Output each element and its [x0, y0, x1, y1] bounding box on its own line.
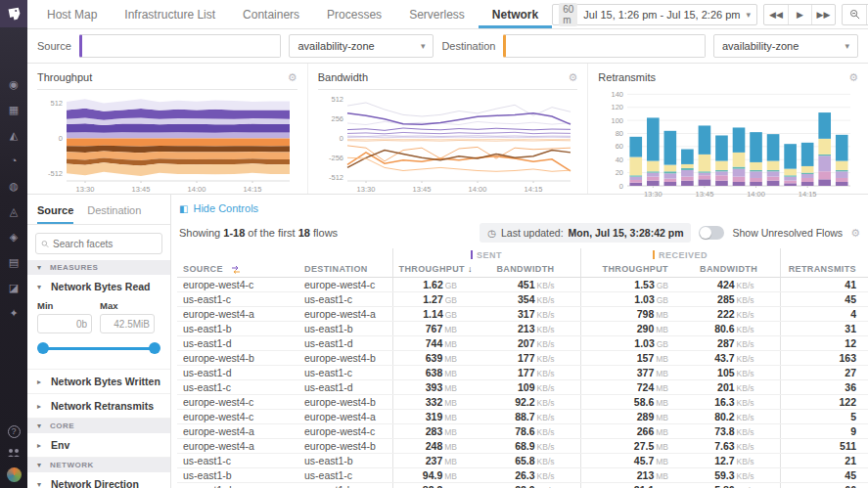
table-row[interactable]: us-east1-dus-east1-d744MB207KB/s1.03GB28…	[177, 335, 868, 350]
gear-icon[interactable]: ⚙	[850, 227, 860, 240]
cell-value: 5	[780, 409, 868, 423]
table-row[interactable]: europe-west4-aeurope-west4-c283MB78.6KB/…	[177, 423, 868, 438]
swap-direction-icon[interactable]	[231, 266, 241, 274]
time-play-button[interactable]: ▶	[788, 5, 811, 24]
cell-value: 41	[780, 277, 868, 291]
svg-text:512: 512	[50, 99, 63, 108]
table-row[interactable]: europe-west4-ceurope-west4-a319MB88.7KB/…	[177, 409, 868, 423]
facet-network-bytes-read[interactable]: ▾ Network Bytes Read	[27, 275, 170, 298]
throughput-chart-plot[interactable]: 5120-51213:3013:4514:0014:15	[37, 90, 297, 194]
table-row[interactable]: europe-west4-aeurope-west4-a1.14GB317KB/…	[177, 306, 868, 321]
monitors-icon[interactable]: ◔	[11, 155, 18, 167]
datadog-logo[interactable]	[0, 0, 27, 27]
time-forward-button[interactable]: ▶▶	[811, 5, 835, 24]
zoom-refresh-buttons: ↻	[842, 4, 868, 25]
chevron-down-icon: ▾	[845, 41, 849, 51]
col-sent-throughput[interactable]: THROUGHPUT ↓	[392, 262, 482, 277]
cell-source: us-east1-d	[177, 335, 298, 350]
bytes-read-range-slider[interactable]	[39, 339, 159, 357]
apm-icon[interactable]: ◬	[10, 205, 18, 218]
chevron-down-icon: ▾	[421, 41, 426, 51]
user-avatar[interactable]	[7, 467, 22, 482]
facet-network-retransmits[interactable]: ▸ Network Retransmits	[27, 394, 170, 419]
col-received-bandwidth[interactable]: BANDWIDTH	[694, 262, 780, 277]
help-icon[interactable]: ?	[8, 425, 21, 438]
cell-value: 88.7KB/s	[482, 409, 580, 423]
core-section-header[interactable]: ▾ CORE	[27, 419, 170, 433]
dashboards-icon[interactable]: ▦	[9, 104, 19, 116]
bytes-read-min-input[interactable]	[37, 314, 92, 333]
cell-value: 73.8KB/s	[694, 423, 780, 438]
table-row[interactable]: us-east1-cus-east1-c1.27GB354KB/s1.03GB2…	[177, 291, 868, 306]
col-destination[interactable]: DESTINATION	[298, 262, 392, 277]
facet-env[interactable]: ▸ Env	[27, 433, 170, 458]
facet-search-input[interactable]	[53, 239, 157, 249]
hide-controls-link[interactable]: ◧ Hide Controls	[177, 202, 864, 214]
bytes-read-max-input[interactable]	[100, 314, 155, 333]
table-row[interactable]: europe-west4-ceurope-west4-b332MB92.2KB/…	[177, 394, 868, 409]
tab-processes[interactable]: Processes	[313, 0, 395, 28]
svg-text:0: 0	[619, 182, 623, 191]
tab-host-map[interactable]: Host Map	[33, 0, 111, 28]
table-row[interactable]: us-east1-dus-east1-c638MB177KB/s377MB105…	[177, 365, 868, 379]
destination-scope-select[interactable]: availability-zone ▾	[713, 34, 858, 58]
table-row[interactable]: us-east1-bus-east1-b767MB213KB/s290MB80.…	[177, 321, 868, 335]
infrastructure-icon[interactable]: ◭	[10, 129, 18, 142]
gear-icon[interactable]: ⚙	[848, 71, 858, 84]
facet-tab-source[interactable]: Source	[37, 200, 73, 224]
cell-value: 80.6KB/s	[694, 321, 780, 335]
time-range-picker[interactable]: 60 m Jul 15, 1:26 pm - Jul 15, 2:26 pm ▾	[552, 4, 757, 25]
source-filter-input[interactable]	[79, 34, 282, 58]
table-row[interactable]: us-east1-cus-east1-b237MB65.8KB/s45.7MB1…	[177, 453, 868, 467]
network-section-header[interactable]: ▾ NETWORK	[27, 458, 170, 472]
watchdog-icon[interactable]: ◉	[9, 78, 19, 91]
integrations-icon[interactable]: ◍	[9, 180, 19, 193]
destination-filter-input[interactable]	[503, 34, 706, 58]
synthetics-icon[interactable]: ✦	[9, 307, 18, 320]
table-row[interactable]: us-east1-cus-east1-d393MB109KB/s724MB201…	[177, 379, 868, 394]
network-icon[interactable]: ◈	[10, 231, 18, 244]
facet-network-bytes-written[interactable]: ▸ Network Bytes Written	[27, 370, 170, 394]
col-sent-bandwidth[interactable]: BANDWIDTH	[482, 262, 580, 277]
cell-destination: us-east1-c	[298, 467, 392, 482]
left-nav-rail: ◉ ▦ ◭ ◔ ◍ ◬ ◈ ▤ ◪ ✦ ?	[0, 0, 27, 488]
tab-serverless[interactable]: Serverless	[395, 0, 479, 28]
logs-icon[interactable]: ▤	[9, 256, 19, 269]
col-retransmits[interactable]: RETRANSMITS	[780, 262, 868, 277]
team-icon[interactable]	[7, 448, 21, 458]
slider-min-handle[interactable]	[37, 342, 49, 354]
svg-text:256: 256	[331, 114, 343, 123]
facet-tab-destination[interactable]: Destination	[87, 200, 141, 224]
chevron-right-icon: ▸	[37, 441, 45, 450]
col-source[interactable]: SOURCE	[177, 262, 298, 277]
retransmits-chart-plot[interactable]: 02040608010012014013:3013:4514:0014:15	[598, 85, 858, 199]
cell-destination: europe-west4-b	[298, 350, 392, 365]
table-row[interactable]: europe-west4-aeurope-west4-b248MB68.9KB/…	[177, 438, 868, 453]
cell-value: 5.86KB/s	[694, 482, 780, 488]
security-icon[interactable]: ◪	[9, 282, 19, 294]
slider-max-handle[interactable]	[149, 342, 160, 354]
tab-containers[interactable]: Containers	[229, 0, 313, 28]
measures-section-header[interactable]: ▾ MEASURES	[27, 260, 170, 275]
time-back-button[interactable]: ◀◀	[764, 5, 788, 24]
cell-source: europe-west4-a	[177, 306, 298, 321]
col-received-throughput[interactable]: THROUGHPUT	[580, 262, 694, 277]
source-scope-select[interactable]: availability-zone ▾	[289, 34, 434, 58]
table-row[interactable]: us-east1-dus-east1-b82.3MB22.9KB/s21.1MB…	[177, 482, 868, 488]
zoom-out-icon[interactable]	[843, 5, 866, 24]
dog-icon	[6, 6, 23, 22]
facet-search-box[interactable]	[35, 233, 162, 254]
table-row[interactable]: us-east1-bus-east1-c94.9MB26.3KB/s213MB5…	[177, 467, 868, 482]
cell-destination: europe-west4-a	[298, 409, 392, 423]
chevron-down-icon: ▾	[37, 480, 45, 488]
tab-network[interactable]: Network	[479, 0, 552, 28]
facet-network-direction[interactable]: ▾ Network Direction	[27, 472, 170, 488]
table-row[interactable]: europe-west4-beurope-west4-b639MB177KB/s…	[177, 350, 868, 365]
table-row[interactable]: europe-west4-ceurope-west4-c1.62GB451KB/…	[177, 277, 868, 291]
gear-icon[interactable]: ⚙	[568, 71, 577, 84]
chevron-down-icon: ▾	[37, 421, 45, 430]
bandwidth-chart-plot[interactable]: 5122560-256-51213:3013:4514:0014:15	[318, 90, 578, 194]
tab-infrastructure-list[interactable]: Infrastructure List	[111, 0, 229, 28]
show-unresolved-flows-toggle[interactable]	[699, 226, 724, 240]
gear-icon[interactable]: ⚙	[288, 71, 297, 84]
